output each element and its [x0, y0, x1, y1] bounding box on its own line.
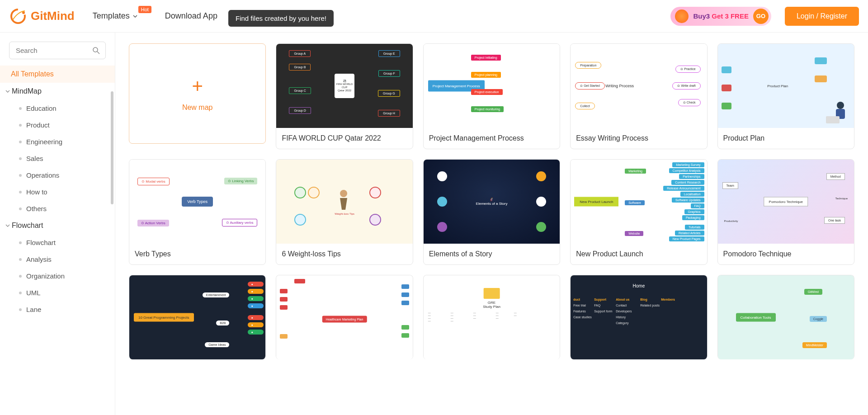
template-card-gre[interactable]: GRE Study Plan ———— ———— ——— ——— —— — [423, 275, 560, 359]
thumb-node: ——— — [496, 311, 499, 320]
thumb-node: Packaging — [682, 215, 704, 220]
template-thumbnail: Verb Types ⊙ Modal verbs ⊙ Linking Verbs… — [129, 160, 265, 244]
thumb-center: Verb Types — [182, 197, 213, 207]
thumb-node: Group E — [378, 50, 400, 57]
new-map-label: New map — [182, 104, 213, 112]
login-button[interactable]: Login / Register — [785, 7, 859, 26]
thumb-node — [294, 187, 306, 198]
template-card-weightloss[interactable]: Weight-loss Tips 6 Weight-loss Tips — [276, 159, 413, 265]
cat-label: Education — [26, 104, 57, 112]
thumb-node: Partnerships — [679, 174, 704, 179]
cat-label: Operations — [26, 171, 59, 179]
thumb-node: Competitor Analysis — [669, 168, 704, 173]
template-title: FIFA WORLD CUP Qatar 2022 — [276, 128, 412, 149]
thumb-node: Action Verbs — [145, 221, 165, 225]
template-card-story[interactable]: 🦸Elements of a Story Elements of a Story — [423, 159, 560, 265]
bullet-icon — [19, 141, 22, 143]
thumb-node: Tutorials — [685, 225, 704, 230]
cat-group-label: MindMap — [12, 87, 42, 95]
thumb-node: Localisation — [680, 192, 704, 197]
template-card-verb[interactable]: Verb Types ⊙ Modal verbs ⊙ Linking Verbs… — [129, 159, 266, 265]
bullet-icon — [19, 107, 22, 110]
thumb-node: Get Started — [584, 84, 600, 87]
template-card-fifa[interactable]: ⚽FIFA WORLD CUP Qatar 2022 Group A Group… — [276, 43, 413, 149]
template-title: Elements of a Story — [424, 244, 560, 264]
thumb-node — [815, 57, 827, 64]
logo[interactable]: GitMind — [9, 7, 75, 25]
thumb-node: Preparation — [575, 62, 601, 69]
thumb-node — [437, 171, 447, 181]
thumb-node: Method — [826, 173, 845, 180]
thumb-center: 10 Great Programming Projects — [134, 313, 194, 322]
thumb-node: Group C — [289, 87, 311, 94]
cat-analysis[interactable]: Analysis — [0, 251, 115, 268]
template-card-home[interactable]: Home ductFree trialFeaturesCase studies … — [570, 275, 707, 359]
template-card-programming[interactable]: 10 Great Programming Projects Entertainm… — [129, 275, 266, 359]
search-input[interactable] — [9, 42, 106, 59]
thumb-node: BlogRelated posts — [640, 298, 660, 310]
template-thumbnail: Weight-loss Tips — [276, 160, 412, 244]
thumb-node: Auxiliary verbs — [230, 221, 253, 225]
promo-go-button[interactable]: GO — [753, 9, 769, 24]
template-title: Project Management Process — [424, 128, 560, 149]
nav-download[interactable]: Download App — [165, 11, 217, 21]
thumb-label: Weight-loss Tips — [335, 212, 354, 215]
bullet-icon — [19, 157, 22, 160]
template-card-essay[interactable]: Essay Writing Process Preparation ⊙ Get … — [570, 43, 707, 149]
thumb-node — [369, 214, 381, 226]
cat-education[interactable]: Education — [0, 100, 115, 117]
thumb-node: Game Ideas — [205, 342, 229, 347]
promo-banner[interactable]: Buy3 Get 3 FREE GO — [670, 7, 771, 26]
thumb-node: Group D — [289, 107, 311, 114]
cat-sales[interactable]: Sales — [0, 150, 115, 167]
cat-uml[interactable]: UML — [0, 284, 115, 301]
thumb-node: Content Research — [671, 180, 704, 185]
cat-product[interactable]: Product — [0, 117, 115, 133]
svg-rect-6 — [826, 116, 840, 123]
template-thumbnail: Essay Writing Process Preparation ⊙ Get … — [571, 44, 707, 128]
promo-buy: Buy3 — [693, 12, 710, 20]
thumb-node: B2B — [216, 321, 229, 325]
thumb-node: Group F — [378, 70, 400, 77]
template-card-pomodoro[interactable]: Pomodoro Technique Team Method One task … — [717, 159, 854, 265]
gift-icon — [675, 9, 689, 23]
cat-organization[interactable]: Organization — [0, 268, 115, 284]
cat-howto[interactable]: How to — [0, 184, 115, 200]
cat-engineering[interactable]: Engineering — [0, 133, 115, 150]
thumb-center: New Product Launch — [574, 197, 618, 207]
cat-lane[interactable]: Lane — [0, 301, 115, 318]
template-card-collab[interactable]: Collaboration Tools GitMind Coggle MindM… — [717, 275, 854, 359]
thumb-node: Members — [661, 298, 675, 304]
thumb-center: Weight-loss Tips — [335, 188, 354, 215]
template-card-product-plan[interactable]: Product Plan Product Plan — [717, 43, 854, 149]
new-map-card[interactable]: + New map — [129, 43, 266, 144]
thumb-node: Group B — [289, 64, 311, 71]
thumb-node: ductFree trialFeaturesCase studies — [573, 298, 591, 321]
cat-others[interactable]: Others — [0, 200, 115, 217]
nav-templates[interactable]: Templates Hot — [93, 11, 138, 21]
thumb-node — [722, 66, 732, 73]
thumb-node: GitMind — [804, 289, 822, 295]
thumb-node: —— — [514, 311, 517, 317]
template-card-pm[interactable]: Project Management Process Project Initi… — [423, 43, 560, 149]
cat-flowchart[interactable]: Flowchart — [0, 234, 115, 251]
chevron-down-icon — [132, 14, 138, 19]
template-card-healthcare[interactable]: Healthcare Marketing Plan — [276, 275, 413, 359]
thumb-node: Software — [625, 200, 645, 205]
tooltip-find-files: Find files created by you here! — [228, 10, 334, 27]
bullet-icon — [19, 292, 22, 294]
thumb-node: Group H — [378, 110, 400, 117]
cat-operations[interactable]: Operations — [0, 167, 115, 184]
thumb-node — [294, 214, 306, 226]
cat-all-templates[interactable]: All Templates — [0, 66, 115, 83]
thumb-node: Project execution — [471, 89, 503, 95]
svg-point-4 — [837, 102, 844, 109]
template-thumbnail: ⚽FIFA WORLD CUP Qatar 2022 Group A Group… — [276, 44, 412, 128]
template-card-npl[interactable]: New Product Launch Marketing Software We… — [570, 159, 707, 265]
svg-point-2 — [93, 47, 98, 52]
category-list: All Templates MindMap Education Product … — [0, 66, 115, 318]
cat-label: Others — [26, 205, 47, 212]
cat-group-mindmap[interactable]: MindMap — [0, 83, 115, 100]
cat-group-flowchart[interactable]: Flowchart — [0, 217, 115, 234]
thumb-node: MindMeister — [802, 342, 827, 348]
